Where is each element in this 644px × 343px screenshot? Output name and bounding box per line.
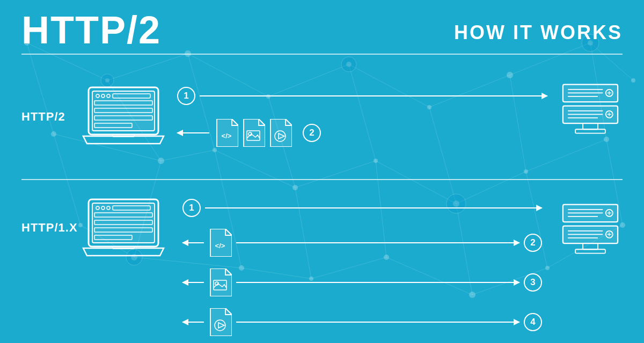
top-divider [21,54,623,55]
svg-rect-98 [583,123,598,129]
http1-resp3-row: 3 [182,269,542,296]
svg-rect-130 [583,243,598,249]
http1-arrows: 1 </> 2 [177,196,547,339]
http2-arrows: 1 </> [177,85,547,149]
middle-divider [21,179,623,180]
http2-step2: 2 [303,124,321,142]
http1-step3: 3 [524,273,542,292]
http1-resp4-row: 4 [182,308,542,336]
http1-step2: 2 [524,234,542,252]
server-icon-http1 [558,202,623,272]
http1-video-file [208,308,232,336]
svg-rect-131 [575,249,605,253]
http1-step4: 4 [524,313,542,331]
laptop-icon-http1 [80,197,166,261]
http1-step1: 1 [182,199,201,217]
http1-code-file: </> [208,229,232,257]
subtitle: HOW IT WORKS [454,21,623,44]
http2-step1: 1 [177,87,195,105]
http1-section: HTTP/1.X 1 [21,183,623,339]
http1-image-file [208,269,232,296]
http1-label: HTTP/1.X [21,221,80,235]
image-file-icon [241,119,265,147]
code-file-icon: </> [215,119,238,147]
header: HTTP/2 HOW IT WORKS [21,11,623,49]
http2-files: </> [215,119,292,147]
video-file-icon [268,119,292,147]
http1-req-row: 1 [182,199,542,217]
laptop-icon-http2 [80,85,166,149]
http1-resp2-row: </> 2 [182,229,542,257]
main-title: HTTP/2 [21,11,161,49]
svg-text:</>: </> [222,132,232,140]
svg-rect-99 [575,129,605,133]
http2-section: HTTP/2 [21,58,623,176]
server-icon-http2 [558,82,623,152]
svg-text:</>: </> [215,242,225,250]
http2-label: HTTP/2 [21,110,80,124]
